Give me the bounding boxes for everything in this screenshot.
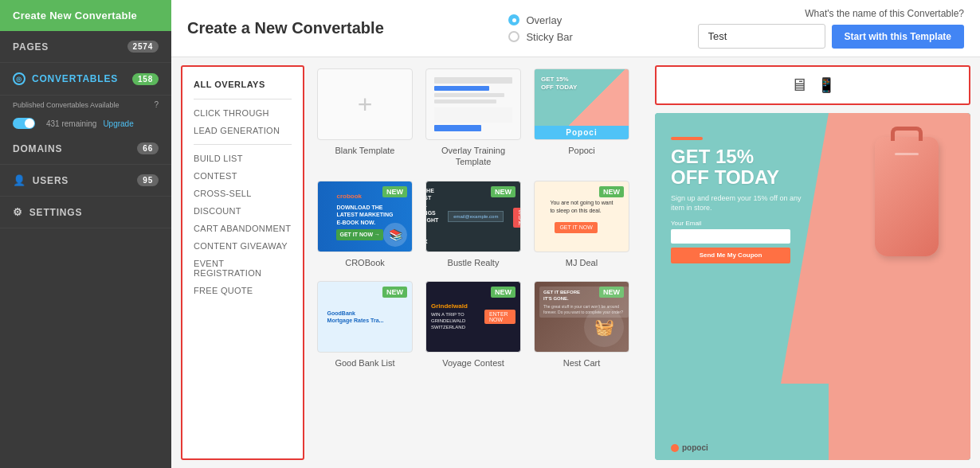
main-content: Create a New Convertable Overlay Sticky … — [171, 0, 980, 468]
overlay-training-thumb — [425, 68, 521, 140]
template-popoci[interactable]: GET 15%OFF TODAY Popoci Popoci — [534, 68, 629, 168]
preview-content: GET 15% OFF TODAY Sign up and redeem you… — [671, 137, 814, 263]
preview-title: GET 15% OFF TODAY — [671, 146, 814, 189]
category-event-registration[interactable]: EVENT REGISTRATION — [182, 255, 303, 282]
sidebar-item-domains[interactable]: DOMAINS 66 — [0, 133, 171, 165]
nestcart-thumb: NEW GET IT BEFOREIT'S GONE. The great st… — [534, 281, 629, 353]
mobile-icon[interactable]: 📱 — [817, 76, 835, 94]
bustle-new-badge: NEW — [491, 186, 515, 197]
convertables-icon: ◎ — [13, 72, 25, 85]
overlay-training-label: Overlay Training Template — [425, 145, 521, 168]
preview-image: GET 15% OFF TODAY Sign up and redeem you… — [655, 113, 970, 460]
voyage-label: Voyage Contest — [442, 357, 504, 369]
preview-orange-line — [671, 137, 703, 140]
top-bar: Create a New Convertable Overlay Sticky … — [171, 0, 980, 57]
preview-logo: popoci — [671, 443, 708, 452]
goodbank-new-badge: NEW — [382, 287, 407, 298]
category-free-quote[interactable]: FREE QUOTE — [182, 282, 303, 299]
create-new-convertable-button[interactable]: Create New Convertable — [0, 0, 171, 31]
voyage-cta: ENTER NOW — [484, 310, 515, 324]
sidebar-item-settings[interactable]: ⚙ SETTINGS — [0, 197, 171, 228]
preview-logo-dot — [671, 444, 679, 452]
upgrade-link[interactable]: Upgrade — [103, 119, 133, 128]
crobook-thumb: NEW crobook DOWNLOAD THELATEST MARKETING… — [317, 181, 413, 252]
sidebar-item-convertables[interactable]: ◎ CONVERTABLES 158 — [0, 63, 171, 96]
preview-logo-text: popoci — [682, 443, 708, 452]
sidebar-domains-badge: 66 — [137, 142, 159, 154]
goodbank-thumb: NEW GoodBankMortgage Rates Tra... — [317, 281, 413, 353]
category-click-through[interactable]: CLICK THROUGH — [182, 104, 303, 122]
voyage-new-badge: NEW — [491, 287, 515, 298]
bustle-cta: SIGN UP NOW — [513, 208, 521, 228]
help-icon: ? — [154, 100, 159, 109]
template-grid: + Blank Template Overlay Training T — [304, 57, 645, 468]
sidebar-convertables-badge: 158 — [132, 73, 159, 85]
popoci-label: Popoci — [568, 145, 595, 156]
category-lead-generation[interactable]: LEAD GENERATION — [182, 122, 303, 139]
category-discount[interactable]: DISCOUNT — [182, 202, 303, 220]
toggle-switch[interactable] — [13, 118, 35, 129]
radio-overlay-dot — [508, 14, 519, 25]
blank-label: Blank Template — [335, 145, 394, 156]
sidebar-item-pages-label: PAGES — [13, 41, 49, 53]
convertables-info: Published Convertables Available ? — [0, 96, 171, 114]
bustle-thumb: NEW GET THE LATEST CON...LISTINGS STRAIG… — [425, 181, 521, 252]
category-content-giveaway[interactable]: CONTENT GIVEAWAY — [182, 237, 303, 255]
template-blank[interactable]: + Blank Template — [317, 68, 413, 168]
category-build-list[interactable]: BUILD LIST — [182, 150, 303, 167]
template-crobook[interactable]: NEW crobook DOWNLOAD THELATEST MARKETING… — [317, 181, 413, 268]
bustle-text: GET THE LATEST CON...LISTINGS STRAIGHT T… — [425, 182, 443, 250]
sidebar-item-convertables-label: CONVERTABLES — [32, 73, 118, 84]
template-bustle-realty[interactable]: NEW GET THE LATEST CON...LISTINGS STRAIG… — [425, 181, 521, 268]
mjdeal-cta: GET IT NOW — [555, 222, 597, 233]
template-nestcart[interactable]: NEW GET IT BEFOREIT'S GONE. The great st… — [534, 281, 629, 369]
users-icon: 👤 — [13, 174, 26, 186]
preview-send-button: Send Me My Coupon — [671, 248, 790, 263]
remaining-section: 431 remaining Upgrade — [0, 114, 171, 133]
radio-overlay[interactable]: Overlay — [508, 14, 573, 26]
goodbank-chart — [388, 305, 407, 329]
category-sidebar: ALL OVERLAYS CLICK THROUGH LEAD GENERATI… — [181, 65, 304, 460]
template-goodbank[interactable]: NEW GoodBankMortgage Rates Tra... Good B… — [317, 281, 413, 369]
published-label: Published Convertables Available — [13, 101, 119, 109]
plus-icon: + — [358, 90, 373, 119]
category-cross-sell[interactable]: CROSS-SELL — [182, 185, 303, 202]
monitor-icon[interactable]: 🖥 — [790, 75, 808, 96]
nestcart-label: Nest Cart — [563, 357, 600, 369]
sidebar-item-pages[interactable]: PAGES 2574 — [0, 31, 171, 63]
category-header: ALL OVERLAYS — [182, 75, 303, 94]
device-bar: 🖥 📱 — [655, 65, 970, 105]
crobook-cta: GET IT NOW → — [336, 229, 383, 240]
preview-subtitle: Sign up and redeem your 15% off on any i… — [671, 193, 814, 213]
template-mjdeal[interactable]: NEW You are not going to wantto sleep on… — [534, 181, 629, 268]
name-section: What's the name of this Convertable? Sta… — [698, 8, 964, 49]
crobook-label: CROBook — [345, 257, 385, 268]
bustle-label: Bustle Realty — [448, 257, 500, 268]
start-template-button[interactable]: Start with this Template — [832, 25, 964, 49]
radio-sticky-label: Sticky Bar — [526, 31, 573, 43]
mjdeal-thumb: NEW You are not going to wantto sleep on… — [534, 181, 629, 252]
radio-sticky-dot — [508, 31, 519, 42]
preview-panel: 🖥 📱 GET 15% OFF TODAY — [645, 57, 980, 468]
mjdeal-text: You are not going to wantto sleep on thi… — [545, 194, 617, 238]
content-area: ALL OVERLAYS CLICK THROUGH LEAD GENERATI… — [171, 57, 980, 468]
template-voyage[interactable]: NEW Grindelwald WIN A TRIP TO GRINDELWAL… — [425, 281, 521, 369]
preview-bag-area — [851, 121, 962, 460]
overlay-type-selector: Overlay Sticky Bar — [508, 14, 573, 43]
category-cart-abandonment[interactable]: CART ABANDONMENT — [182, 220, 303, 237]
radio-sticky[interactable]: Sticky Bar — [508, 31, 573, 43]
preview-email-label: Your Email — [671, 220, 814, 227]
page-title: Create a New Convertable — [187, 19, 384, 37]
divider — [194, 99, 292, 99]
name-label: What's the name of this Convertable? — [805, 8, 964, 19]
mjdeal-label: MJ Deal — [566, 257, 598, 268]
sidebar-item-users-label: USERS — [33, 175, 69, 186]
popoci-badge: Popoci — [535, 126, 629, 139]
convertable-name-input[interactable] — [698, 24, 825, 49]
settings-icon: ⚙ — [13, 206, 23, 218]
sidebar-item-users[interactable]: 👤 USERS 95 — [0, 165, 171, 197]
name-input-row: Start with this Template — [698, 24, 964, 49]
template-overlay-training[interactable]: Overlay Training Template — [425, 68, 521, 168]
category-contest[interactable]: CONTEST — [182, 167, 303, 185]
sidebar-item-settings-label: SETTINGS — [29, 207, 82, 218]
